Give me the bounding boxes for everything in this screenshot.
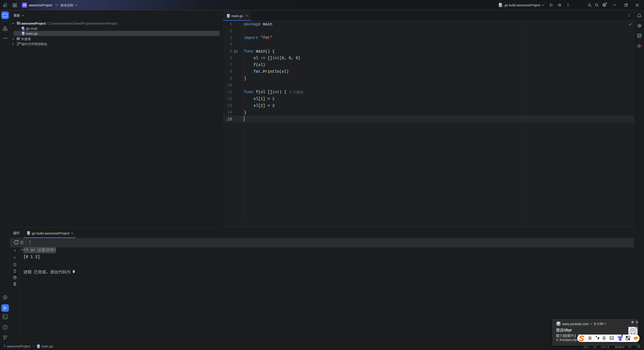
svg-text:GO: GO xyxy=(4,4,6,6)
